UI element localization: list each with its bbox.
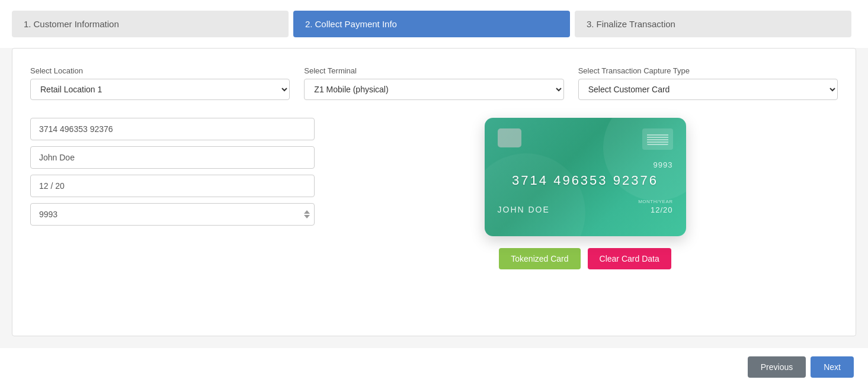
- step-1-number: 1.: [24, 19, 31, 29]
- content-row: 9993 3714 496353 92376 JOHN DOE MONTH/YE…: [30, 118, 838, 269]
- capture-group: Select Transaction Capture Type Select C…: [578, 66, 838, 100]
- select-row: Select Location Retail Location 1 Select…: [30, 66, 838, 100]
- step-2-label: Collect Payment Info: [315, 19, 397, 29]
- credit-card-visual: 9993 3714 496353 92376 JOHN DOE MONTH/YE…: [485, 118, 686, 236]
- cvv-wrapper: [30, 203, 315, 226]
- location-select[interactable]: Retail Location 1: [30, 79, 290, 100]
- form-fields: [30, 118, 315, 226]
- step-1[interactable]: 1.Customer Information: [12, 11, 289, 37]
- next-button[interactable]: Next: [811, 356, 854, 378]
- card-actions: Tokenized Card Clear Card Data: [499, 248, 671, 269]
- card-bottom: JOHN DOE MONTH/YEAR 12/20: [498, 199, 673, 214]
- card-network-logo: [642, 128, 673, 150]
- card-chip-icon: [498, 128, 521, 147]
- step-3-number: 3.: [587, 19, 594, 29]
- card-last4: 9993: [498, 160, 673, 169]
- clear-card-data-button[interactable]: Clear Card Data: [588, 248, 671, 269]
- capture-label: Select Transaction Capture Type: [578, 66, 838, 75]
- cvv-input[interactable]: [30, 203, 315, 226]
- footer: Previous Next: [0, 348, 868, 386]
- card-number-input[interactable]: [30, 118, 315, 140]
- card-area: 9993 3714 496353 92376 JOHN DOE MONTH/YE…: [332, 118, 838, 269]
- terminal-label: Select Terminal: [304, 66, 563, 75]
- cvv-down-arrow[interactable]: [304, 215, 310, 218]
- card-number-display: 3714 496353 92376: [498, 173, 673, 188]
- step-3[interactable]: 3.Finalize Transaction: [575, 11, 851, 37]
- card-expiry-value: 12/20: [651, 205, 673, 214]
- card-expiry-block: MONTH/YEAR 12/20: [638, 199, 672, 214]
- terminal-select[interactable]: Z1 Mobile (physical): [304, 79, 563, 100]
- expiry-input[interactable]: [30, 175, 315, 197]
- cvv-spinners[interactable]: [304, 210, 310, 218]
- card-name-display: JOHN DOE: [498, 205, 550, 214]
- cardholder-name-input[interactable]: [30, 146, 315, 169]
- cvv-up-arrow[interactable]: [304, 210, 310, 214]
- card-expiry-label: MONTH/YEAR: [638, 199, 672, 204]
- location-group: Select Location Retail Location 1: [30, 66, 290, 100]
- previous-button[interactable]: Previous: [748, 356, 806, 378]
- step-2-number: 2.: [305, 19, 313, 29]
- steps-bar: 1.Customer Information 2.Collect Payment…: [0, 0, 868, 48]
- location-label: Select Location: [30, 66, 290, 75]
- main-panel: Select Location Retail Location 1 Select…: [12, 48, 856, 336]
- capture-select[interactable]: Select Customer Card: [578, 79, 838, 100]
- terminal-group: Select Terminal Z1 Mobile (physical): [304, 66, 563, 100]
- tokenized-card-button[interactable]: Tokenized Card: [499, 248, 580, 269]
- card-top: [498, 128, 673, 150]
- step-3-label: Finalize Transaction: [597, 19, 675, 29]
- step-2[interactable]: 2.Collect Payment Info: [293, 11, 570, 37]
- step-1-label: Customer Information: [34, 19, 119, 29]
